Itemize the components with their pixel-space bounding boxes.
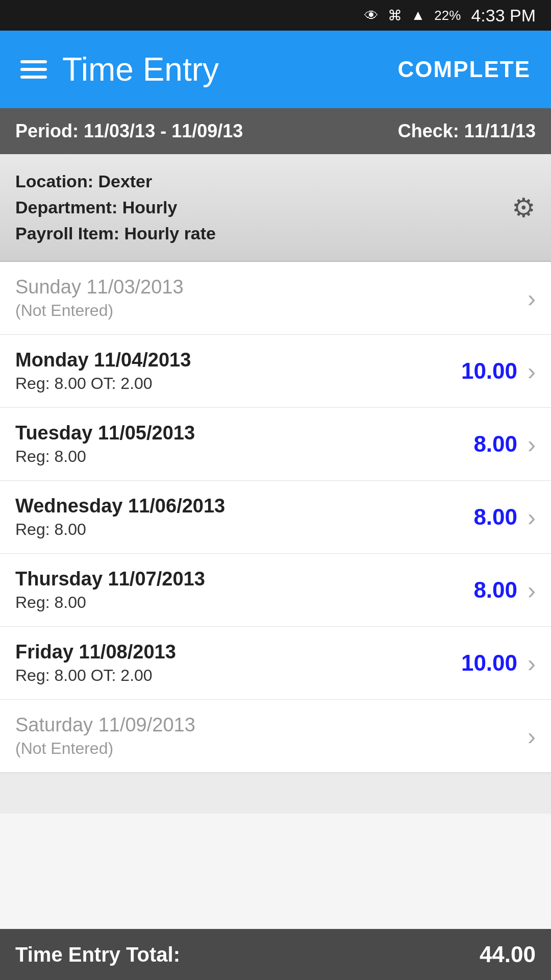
battery-indicator: 22%: [434, 8, 461, 23]
department-text: Department: Hourly: [15, 194, 216, 220]
location-text: Location: Dexter: [15, 168, 216, 194]
spacer: [0, 773, 551, 814]
status-time: 4:33 PM: [471, 6, 536, 26]
day-info: Thursday 11/07/2013Reg: 8.00: [15, 568, 205, 612]
day-hours: 10.00: [461, 650, 517, 676]
eye-icon: 👁: [364, 7, 379, 24]
day-sub: Reg: 8.00: [15, 447, 195, 466]
day-row[interactable]: Wednesday 11/06/2013Reg: 8.008.00›: [0, 481, 551, 554]
day-row[interactable]: Thursday 11/07/2013Reg: 8.008.00›: [0, 554, 551, 627]
day-hours: 8.00: [473, 504, 517, 530]
day-right: 10.00›: [461, 649, 536, 677]
period-label: Period: 11/03/13 - 11/09/13: [15, 120, 243, 142]
chevron-right-icon: ›: [528, 284, 536, 312]
app-title: Time Entry: [62, 51, 219, 88]
chevron-right-icon: ›: [528, 357, 536, 385]
footer-label: Time Entry Total:: [15, 943, 180, 966]
day-right: ›: [528, 284, 536, 312]
day-info: Friday 11/08/2013Reg: 8.00 OT: 2.00: [15, 641, 176, 685]
day-sub: Reg: 8.00 OT: 2.00: [15, 666, 176, 685]
day-sub: Reg: 8.00 OT: 2.00: [15, 374, 191, 393]
period-bar: Period: 11/03/13 - 11/09/13 Check: 11/11…: [0, 108, 551, 154]
signal-icon: ▲: [411, 7, 425, 23]
day-hours: 8.00: [473, 577, 517, 603]
info-section: Location: Dexter Department: Hourly Payr…: [0, 154, 551, 262]
day-right: 10.00›: [461, 357, 536, 385]
day-name: Wednesday 11/06/2013: [15, 495, 225, 517]
day-right: ›: [528, 722, 536, 750]
day-sub: Reg: 8.00: [15, 593, 205, 612]
chevron-right-icon: ›: [528, 722, 536, 750]
hamburger-line-1: [20, 60, 47, 63]
day-name: Monday 11/04/2013: [15, 349, 191, 371]
chevron-right-icon: ›: [528, 430, 536, 458]
complete-button[interactable]: COMPLETE: [398, 57, 531, 82]
day-info: Monday 11/04/2013Reg: 8.00 OT: 2.00: [15, 349, 191, 393]
day-info: Tuesday 11/05/2013Reg: 8.00: [15, 422, 195, 466]
day-info: Saturday 11/09/2013(Not Entered): [15, 714, 195, 758]
day-row[interactable]: Sunday 11/03/2013(Not Entered)›: [0, 262, 551, 335]
day-sub: (Not Entered): [15, 739, 195, 758]
day-row[interactable]: Friday 11/08/2013Reg: 8.00 OT: 2.0010.00…: [0, 627, 551, 700]
hamburger-line-3: [20, 76, 47, 79]
app-bar: Time Entry COMPLETE: [0, 31, 551, 108]
chevron-right-icon: ›: [528, 576, 536, 604]
day-right: 8.00›: [473, 503, 536, 531]
day-info: Sunday 11/03/2013(Not Entered): [15, 276, 184, 320]
day-row[interactable]: Tuesday 11/05/2013Reg: 8.008.00›: [0, 408, 551, 481]
chevron-right-icon: ›: [528, 503, 536, 531]
day-right: 8.00›: [473, 430, 536, 458]
day-list: Sunday 11/03/2013(Not Entered)›Monday 11…: [0, 262, 551, 773]
status-bar: 👁 ⌘ ▲ 22% 4:33 PM: [0, 0, 551, 31]
footer-total: 44.00: [480, 942, 536, 967]
day-info: Wednesday 11/06/2013Reg: 8.00: [15, 495, 225, 539]
info-text: Location: Dexter Department: Hourly Payr…: [15, 168, 216, 247]
footer: Time Entry Total: 44.00: [0, 929, 551, 980]
day-hours: 8.00: [473, 431, 517, 457]
day-hours: 10.00: [461, 358, 517, 384]
gear-icon[interactable]: ⚙: [512, 192, 536, 223]
day-name: Saturday 11/09/2013: [15, 714, 195, 736]
wifi-icon: ⌘: [388, 7, 402, 24]
day-row[interactable]: Saturday 11/09/2013(Not Entered)›: [0, 700, 551, 773]
day-name: Sunday 11/03/2013: [15, 276, 184, 298]
status-icons: 👁 ⌘ ▲ 22%: [364, 7, 461, 24]
check-label: Check: 11/11/13: [398, 120, 536, 142]
day-row[interactable]: Monday 11/04/2013Reg: 8.00 OT: 2.0010.00…: [0, 335, 551, 408]
day-name: Thursday 11/07/2013: [15, 568, 205, 590]
menu-button[interactable]: [20, 60, 47, 79]
chevron-right-icon: ›: [528, 649, 536, 677]
day-name: Tuesday 11/05/2013: [15, 422, 195, 444]
day-right: 8.00›: [473, 576, 536, 604]
hamburger-line-2: [20, 68, 47, 71]
app-bar-left: Time Entry: [20, 51, 219, 88]
day-sub: Reg: 8.00: [15, 520, 225, 539]
day-sub: (Not Entered): [15, 301, 184, 320]
day-name: Friday 11/08/2013: [15, 641, 176, 663]
payroll-item-text: Payroll Item: Hourly rate: [15, 220, 216, 247]
